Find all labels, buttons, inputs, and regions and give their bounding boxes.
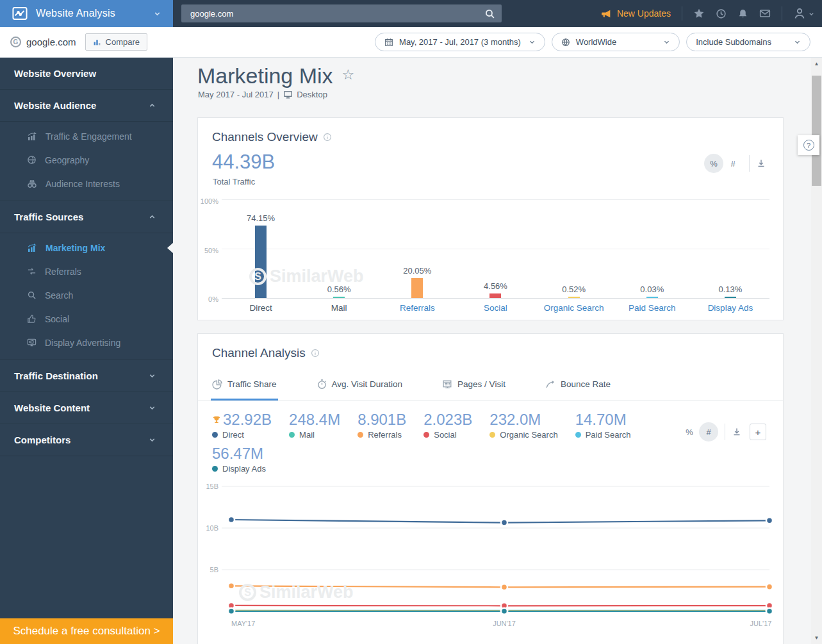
scrollbar-thumb[interactable] <box>812 76 821 186</box>
channel-analysis-tabs: Traffic Share Avg. Visit Duration Pages … <box>198 371 783 401</box>
nav-label: Website Overview <box>14 68 96 79</box>
sidebar-item-audience-interests[interactable]: Audience Interests <box>0 172 173 195</box>
stat-referrals: 8.901B Referrals <box>358 411 406 443</box>
notifications-bell-icon[interactable] <box>737 8 748 19</box>
chevron-down-icon <box>663 38 670 45</box>
filters: May, 2017 - Jul, 2017 (3 months) WorldWi… <box>375 33 812 51</box>
bar-category-label[interactable]: Paid Search <box>629 303 676 313</box>
history-clock-icon[interactable] <box>716 8 727 19</box>
scroll-down-arrow[interactable]: ▼ <box>811 633 822 643</box>
stat-value: 56.47M <box>212 445 263 463</box>
bar-value-label: 0.52% <box>562 285 586 294</box>
nav-label: Search <box>45 290 73 301</box>
stat-label: Referrals <box>368 430 402 440</box>
sidebar-item-search[interactable]: Search <box>0 283 173 307</box>
subdomains-select[interactable]: Include Subdomains <box>686 33 810 51</box>
search-icon[interactable] <box>477 4 502 22</box>
stat-label: Organic Search <box>500 430 557 440</box>
sidebar-section-traffic-sources[interactable]: Traffic Sources <box>0 201 173 233</box>
download-icon[interactable] <box>756 158 766 169</box>
account-menu[interactable] <box>793 7 814 20</box>
sidebar-item-traffic-engagement[interactable]: Traffic & Engagement <box>0 124 173 148</box>
number-toggle[interactable]: # <box>699 422 718 442</box>
display-ad-icon <box>27 338 37 347</box>
nav-label: Referrals <box>45 267 81 277</box>
chevron-down-icon <box>153 10 161 18</box>
sidebar-item-referrals[interactable]: Referrals <box>0 260 173 283</box>
sidebar-section-traffic-destination[interactable]: Traffic Destination <box>0 360 173 392</box>
bar-category-label[interactable]: Social <box>484 303 507 313</box>
stat-value: 232.0M <box>489 411 541 429</box>
page-subtitle: May 2017 - Jul 2017 | Desktop <box>198 90 327 99</box>
website-analysis-logo-icon <box>12 5 28 22</box>
number-toggle[interactable]: # <box>723 154 743 173</box>
channels-overview-controls: % # <box>704 154 766 173</box>
favorite-star-icon[interactable]: ☆ <box>342 67 355 83</box>
favorites-star-icon[interactable] <box>693 8 705 19</box>
region-select[interactable]: WorldWide <box>552 33 680 51</box>
info-icon[interactable] <box>311 349 320 358</box>
sidebar-section-competitors[interactable]: Competitors <box>0 424 173 456</box>
bar-chart-icon <box>27 243 37 253</box>
search-icon <box>27 290 37 300</box>
sidebar-item-geography[interactable]: Geography <box>0 148 173 172</box>
chevron-down-icon <box>148 404 156 412</box>
percent-toggle[interactable]: % <box>704 154 723 173</box>
sidebar-section-website-audience[interactable]: Website Audience <box>0 90 173 122</box>
info-icon[interactable] <box>323 133 332 142</box>
stat-label: Paid Search <box>586 430 631 440</box>
nav-label: Website Audience <box>14 100 96 111</box>
sidebar-item-website-overview[interactable]: Website Overview <box>0 58 173 90</box>
nav-label: Social <box>45 314 69 324</box>
tab-bounce-rate[interactable]: Bounce Rate <box>544 371 612 400</box>
tab-traffic-share[interactable]: Traffic Share <box>211 371 278 400</box>
subdomains-value: Include Subdomains <box>696 37 771 47</box>
new-updates-button[interactable]: New Updates <box>601 8 671 19</box>
bar-category-label[interactable]: Referrals <box>400 303 435 313</box>
line-chart-xticks: MAY'17JUN'17JUL'17 <box>222 620 769 629</box>
bar-category-label[interactable]: Organic Search <box>544 303 604 313</box>
scroll-up-arrow[interactable]: ▲ <box>811 59 822 69</box>
domain-search-input[interactable] <box>181 9 477 19</box>
new-updates-label: New Updates <box>617 8 671 19</box>
stopwatch-icon <box>316 379 327 390</box>
legend-dot <box>489 432 495 438</box>
bar <box>411 278 423 298</box>
date-range-select[interactable]: May, 2017 - Jul, 2017 (3 months) <box>375 33 545 51</box>
sidebar-item-social[interactable]: Social <box>0 307 173 331</box>
desktop-monitor-icon <box>283 90 293 99</box>
sidebar-item-display-advertising[interactable]: Display Advertising <box>0 331 173 354</box>
sidebar-item-marketing-mix[interactable]: Marketing Mix <box>0 236 173 260</box>
product-title: Website Analysis <box>36 8 145 19</box>
page-title: Marketing Mix <box>197 63 333 88</box>
bar-category-label: Mail <box>331 303 347 313</box>
stat-paid-search: 14.70M Paid Search <box>575 411 631 443</box>
product-switcher[interactable]: Website Analysis <box>0 0 173 27</box>
sidebar-section-website-content[interactable]: Website Content <box>0 392 173 424</box>
bar <box>255 226 267 298</box>
calendar-icon <box>384 38 393 47</box>
traffic-sources-items: Marketing Mix Referrals Search Social <box>0 233 173 360</box>
bar-column-display-ads: 0.13%Display Ads <box>691 201 769 298</box>
nav-label: Display Advertising <box>45 338 120 348</box>
sidebar-nav: Website Overview Website Audience Traffi… <box>0 58 173 644</box>
question-mark-icon: ? <box>803 140 814 151</box>
consultation-cta-button[interactable]: Schedule a free consultation > <box>0 618 173 644</box>
divider <box>682 6 682 21</box>
compare-button[interactable]: Compare <box>85 33 147 51</box>
total-traffic-value: 44.39B <box>212 151 275 174</box>
download-icon[interactable] <box>732 427 742 437</box>
stat-social: 2.023B Social <box>423 411 472 443</box>
percent-toggle[interactable]: % <box>680 422 699 442</box>
traffic-share-line-chart <box>222 481 769 615</box>
data-point <box>228 516 234 523</box>
messages-envelope-icon[interactable] <box>759 8 771 19</box>
help-button[interactable]: ? <box>798 135 819 155</box>
channel-analysis-controls: % # + <box>680 422 766 442</box>
stat-label: Direct <box>222 430 244 440</box>
bar-category-label[interactable]: Display Ads <box>708 303 753 313</box>
add-to-dashboard-button[interactable]: + <box>750 424 766 440</box>
tab-avg-visit-duration[interactable]: Avg. Visit Duration <box>315 371 404 400</box>
channels-overview-card: Channels Overview 44.39B Total Traffic %… <box>197 117 784 320</box>
tab-pages-visit[interactable]: Pages / Visit <box>441 371 507 400</box>
